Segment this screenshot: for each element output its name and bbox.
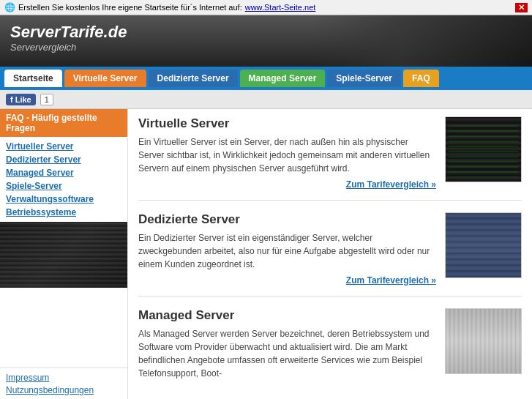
ad-link[interactable]: www.Start-Seite.net xyxy=(245,3,316,12)
main-layout: FAQ - Häufig gestellte Fragen Virtueller… xyxy=(0,109,532,399)
section-managed-title: Managed Server xyxy=(138,308,436,323)
nav-bar: StartseiteVirtuelle ServerDedizierte Ser… xyxy=(0,67,532,90)
section-managed: Managed Server Als Managed Server werden… xyxy=(138,308,522,395)
globe-icon: 🌐 xyxy=(4,2,15,12)
nav-tab-virtuelle[interactable]: Virtuelle Server xyxy=(64,70,146,87)
nav-tab-startseite[interactable]: Startseite xyxy=(4,70,62,87)
content-area: Virtuelle Server Ein Virtueller Server i… xyxy=(128,109,532,399)
nav-tab-dedizierte[interactable]: Dedizierte Server xyxy=(149,70,238,87)
sidebar: FAQ - Häufig gestellte Fragen Virtueller… xyxy=(0,109,128,399)
like-bar: f Like 1 xyxy=(0,90,532,109)
sidebar-item-virtueller-server[interactable]: Virtueller Server xyxy=(6,141,121,152)
sidebar-item-verwaltungssoftware[interactable]: Verwaltungssoftware xyxy=(6,194,121,204)
nutzungsbedingungen-link[interactable]: Nutzungsbedingungen xyxy=(6,385,121,395)
sidebar-image-inner xyxy=(0,222,127,288)
like-label: Like xyxy=(15,95,31,104)
nav-tab-spiele[interactable]: Spiele-Server xyxy=(327,70,401,87)
site-header: ServerTarife.de Serververgleich xyxy=(0,15,532,67)
sidebar-footer: Impressum Nutzungsbedingungen xyxy=(0,368,127,399)
server-image-1 xyxy=(446,117,521,182)
section-dedizierte-title: Dedizierte Server xyxy=(138,212,436,227)
section-virtuelle-body: Ein Virtueller Server ist ein Server, de… xyxy=(138,135,436,175)
section-virtuelle-image xyxy=(445,116,522,182)
sidebar-item-dedizierter-server[interactable]: Dedizierter Server xyxy=(6,154,121,165)
section-dedizierte-image xyxy=(445,212,522,278)
section-virtuelle-title: Virtuelle Server xyxy=(138,116,436,131)
facebook-icon: f xyxy=(10,95,13,104)
site-subtitle: Serververgleich xyxy=(10,42,522,53)
nav-tab-faq[interactable]: FAQ xyxy=(403,70,439,87)
section-dedizierte-link[interactable]: Zum Tarifevergleich » xyxy=(138,275,436,286)
section-dedizierte: Dedizierte Server Ein Dedizierter Server… xyxy=(138,212,522,297)
like-button[interactable]: f Like xyxy=(6,94,36,105)
faq-label[interactable]: FAQ - Häufig gestellte Fragen xyxy=(0,109,127,137)
site-title: ServerTarife.de xyxy=(10,23,522,42)
server-image-2 xyxy=(446,213,521,277)
nav-tab-managed[interactable]: Managed Server xyxy=(240,70,326,87)
server-image-3 xyxy=(446,309,521,373)
close-button[interactable]: ✕ xyxy=(515,3,528,12)
sidebar-item-managed-server[interactable]: Managed Server xyxy=(6,168,121,178)
sidebar-item-spiele-server[interactable]: Spiele-Server xyxy=(6,181,121,191)
browser-ad-bar: 🌐 Erstellen Sie kostenlos Ihre eigene St… xyxy=(0,0,532,15)
section-managed-text: Managed Server Als Managed Server werden… xyxy=(138,308,436,384)
like-count: 1 xyxy=(40,94,53,105)
impressum-link[interactable]: Impressum xyxy=(6,373,121,383)
sidebar-item-betriebssysteme[interactable]: Betriebssysteme xyxy=(6,207,121,217)
section-managed-body: Als Managed Server werden Server bezeich… xyxy=(138,327,436,380)
ad-text: Erstellen Sie kostenlos Ihre eigene Star… xyxy=(18,3,242,12)
section-virtuelle-text: Virtuelle Server Ein Virtueller Server i… xyxy=(138,116,436,190)
section-virtuelle: Virtuelle Server Ein Virtueller Server i… xyxy=(138,116,522,201)
section-managed-image xyxy=(445,308,522,374)
section-dedizierte-body: Ein Dedizierter Server ist ein eigenstän… xyxy=(138,231,436,271)
sidebar-image xyxy=(0,222,127,288)
section-dedizierte-text: Dedizierte Server Ein Dedizierter Server… xyxy=(138,212,436,286)
section-virtuelle-link[interactable]: Zum Tarifevergleich » xyxy=(138,179,436,190)
sidebar-links: Virtueller Server Dedizierter Server Man… xyxy=(0,137,127,222)
